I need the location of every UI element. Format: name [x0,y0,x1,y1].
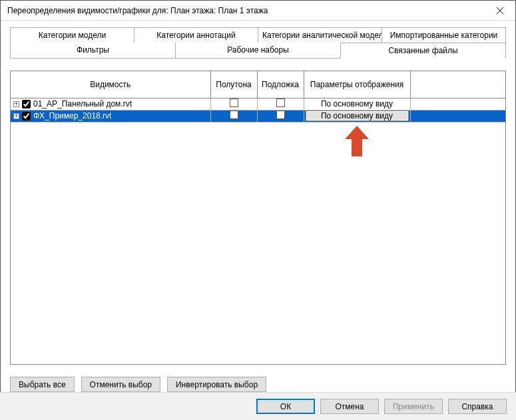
col-header-halftone[interactable]: Полутона [210,71,257,98]
row-filename: ФХ_Пример_2018.rvt [33,111,111,120]
tabs-container: Категории модели Категории аннотаций Кат… [1,21,515,59]
col-header-visibility[interactable]: Видимость [11,71,210,98]
titlebar: Переопределения видимости/графики для: П… [1,1,515,21]
help-button[interactable]: Справка [448,399,507,414]
expand-icon[interactable]: + [13,101,19,107]
row-filename: 01_АР_Панельный дом.rvt [33,99,132,108]
close-icon [497,7,503,14]
tab-worksets[interactable]: Рабочие наборы [176,43,341,59]
invert-selection-button[interactable]: Инвертировать выбор [167,377,266,392]
tab-annotation-categories[interactable]: Категории аннотаций [134,27,258,43]
table-row[interactable]: + ФХ_Пример_2018.rvt По основному виду [11,110,505,122]
table-row[interactable]: + 01_АР_Панельный дом.rvt По основному в… [11,98,505,110]
selection-buttons-row: Выбрать все Отменить выбор Инвертировать… [1,371,515,392]
dialog-footer: ОК Отмена Применить Справка [0,392,516,420]
col-header-underlay[interactable]: Подложка [257,71,304,98]
col-header-display-params[interactable]: Параметры отображения [304,71,410,98]
display-params-value[interactable]: По основному виду [304,99,410,108]
linked-files-grid: Видимость Полутона Подложка Параметры от… [11,71,505,122]
grid-empty-area [11,122,505,365]
annotation-arrow [344,124,370,160]
expand-icon[interactable]: + [13,113,19,119]
tab-imported-categories[interactable]: Импортированные категории [382,27,506,43]
apply-button[interactable]: Применить [384,399,443,414]
arrow-up-icon [344,124,370,158]
visibility-checkbox[interactable] [22,100,31,108]
cancel-button[interactable]: Отмена [320,399,379,414]
col-header-spacer [410,71,505,98]
display-params-button[interactable]: По основному виду [306,110,409,121]
close-button[interactable] [485,1,515,21]
underlay-checkbox[interactable] [276,110,285,119]
underlay-checkbox[interactable] [276,99,285,107]
grid-container: Видимость Полутона Подложка Параметры от… [10,71,506,365]
window-title: Переопределения видимости/графики для: П… [7,6,485,15]
select-none-button[interactable]: Отменить выбор [81,377,160,392]
halftone-checkbox[interactable] [230,99,238,107]
visibility-checkbox[interactable] [22,112,31,120]
tab-filters[interactable]: Фильтры [10,43,176,59]
tab-content: Видимость Полутона Подложка Параметры от… [1,59,515,371]
halftone-checkbox[interactable] [230,110,238,119]
tab-linked-files[interactable]: Связанные файлы [341,43,506,59]
select-all-button[interactable]: Выбрать все [10,377,75,392]
tab-model-categories[interactable]: Категории модели [10,27,134,43]
ok-button[interactable]: ОК [256,399,315,414]
tab-analytical-categories[interactable]: Категории аналитической модели [258,27,382,43]
